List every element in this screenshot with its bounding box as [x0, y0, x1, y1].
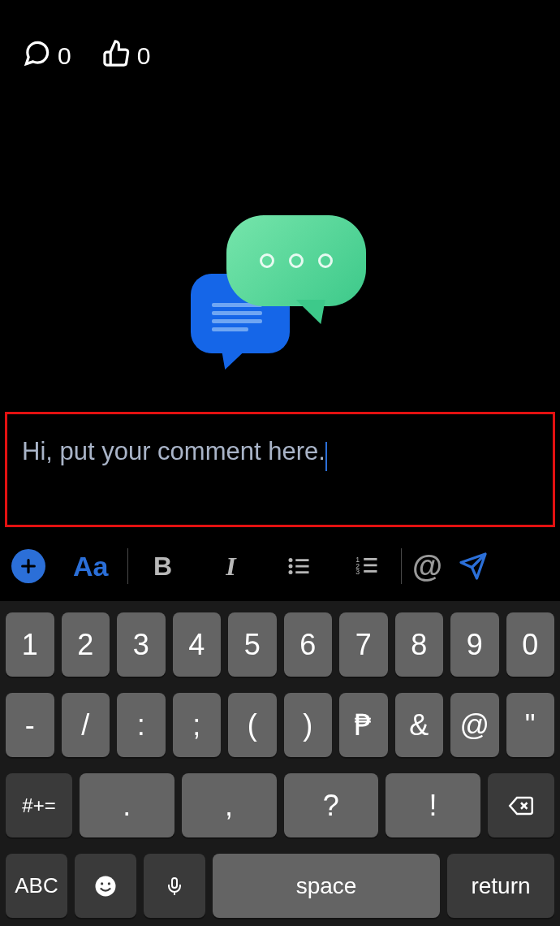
svg-point-6	[289, 570, 293, 574]
svg-point-16	[96, 876, 116, 896]
key-2[interactable]: 2	[62, 612, 110, 677]
key-1[interactable]: 1	[6, 612, 54, 677]
svg-point-18	[108, 882, 110, 885]
comments-count: 0	[58, 42, 71, 70]
key-ampersand[interactable]: &	[395, 693, 444, 757]
chat-illustration	[191, 215, 369, 370]
key-emoji[interactable]	[75, 854, 136, 918]
bullet-list-button[interactable]	[265, 554, 333, 578]
keyboard-row-2: - / : ; ( ) ₱ & @ "	[3, 693, 557, 757]
likes-count: 0	[137, 42, 151, 70]
mention-button[interactable]: @	[402, 549, 452, 584]
svg-rect-13	[364, 570, 377, 573]
stats-bar: 0 0	[0, 0, 560, 73]
key-close-paren[interactable]: )	[284, 693, 333, 757]
format-toolbar: Aa B I 1 2 3 @	[0, 532, 560, 600]
svg-point-17	[101, 882, 103, 885]
key-at[interactable]: @	[450, 693, 499, 757]
comment-input-highlighted[interactable]: Hi, put your comment here.	[5, 412, 555, 527]
svg-rect-5	[296, 565, 309, 568]
key-question[interactable]: ?	[284, 773, 379, 837]
send-button[interactable]	[452, 552, 494, 581]
text-style-button[interactable]: Aa	[73, 551, 108, 582]
key-period[interactable]: .	[80, 773, 174, 837]
svg-rect-7	[296, 571, 309, 573]
comment-input-text: Hi, put your comment here.	[22, 437, 325, 465]
key-slash[interactable]: /	[62, 693, 110, 757]
key-open-paren[interactable]: (	[228, 693, 277, 757]
text-cursor	[325, 442, 327, 471]
key-5[interactable]: 5	[228, 612, 277, 677]
bold-button[interactable]: B	[128, 552, 196, 582]
svg-text:3: 3	[356, 568, 360, 576]
key-3[interactable]: 3	[117, 612, 166, 677]
key-mic[interactable]	[144, 854, 205, 918]
key-dash[interactable]: -	[6, 693, 54, 757]
key-0[interactable]: 0	[506, 612, 555, 677]
key-colon[interactable]: :	[117, 693, 166, 757]
key-7[interactable]: 7	[339, 612, 388, 677]
green-bubble	[226, 215, 366, 306]
key-symbols[interactable]: #+=	[6, 773, 72, 837]
key-space[interactable]: space	[213, 854, 440, 918]
italic-button[interactable]: I	[196, 552, 265, 582]
svg-rect-3	[296, 559, 309, 561]
likes-stat[interactable]: 0	[102, 39, 151, 73]
keyboard-row-1: 1 2 3 4 5 6 7 8 9 0	[3, 612, 557, 677]
thumbs-up-icon	[102, 39, 131, 73]
key-return[interactable]: return	[447, 854, 554, 918]
numbered-list-button[interactable]: 1 2 3	[333, 554, 401, 578]
comment-icon	[23, 39, 51, 73]
key-8[interactable]: 8	[395, 612, 444, 677]
svg-point-4	[289, 565, 293, 569]
keyboard-row-3: #+= . , ? !	[3, 773, 557, 837]
svg-rect-19	[172, 878, 177, 888]
keyboard: 1 2 3 4 5 6 7 8 9 0 - / : ; ( ) ₱ & @ " …	[0, 601, 560, 926]
svg-rect-9	[364, 558, 377, 560]
svg-rect-11	[364, 565, 377, 567]
key-exclaim[interactable]: !	[386, 773, 480, 837]
key-4[interactable]: 4	[173, 612, 222, 677]
key-9[interactable]: 9	[450, 612, 499, 677]
keyboard-row-4: ABC space return	[3, 854, 557, 918]
key-quote[interactable]: "	[506, 693, 555, 757]
key-comma[interactable]: ,	[182, 773, 277, 837]
svg-point-2	[289, 558, 293, 562]
key-semicolon[interactable]: ;	[173, 693, 222, 757]
key-6[interactable]: 6	[284, 612, 333, 677]
key-peso[interactable]: ₱	[339, 693, 388, 757]
key-abc[interactable]: ABC	[6, 854, 67, 918]
key-backspace[interactable]	[488, 773, 554, 837]
add-button[interactable]	[11, 549, 45, 583]
comments-stat[interactable]: 0	[23, 39, 71, 73]
